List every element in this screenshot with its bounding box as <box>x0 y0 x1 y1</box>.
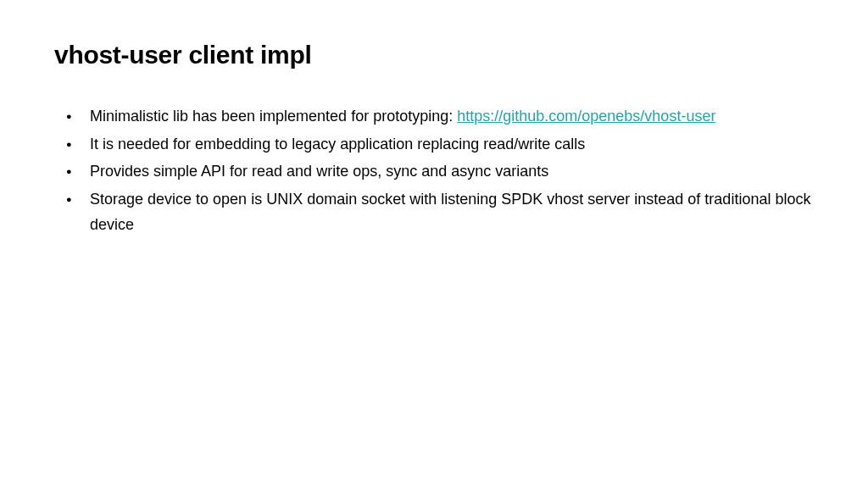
list-item: Minimalistic lib has been implemented fo… <box>66 103 814 130</box>
bullet-text: Provides simple API for read and write o… <box>90 163 548 180</box>
github-link[interactable]: https://github.com/openebs/vhost-user <box>457 108 715 125</box>
bullet-text: Minimalistic lib has been implemented fo… <box>90 108 457 125</box>
bullet-text: It is needed for embedding to legacy app… <box>90 136 585 152</box>
list-item: It is needed for embedding to legacy app… <box>66 131 814 158</box>
list-item: Provides simple API for read and write o… <box>66 158 814 185</box>
slide-title: vhost-user client impl <box>54 41 814 69</box>
bullet-text: Storage device to open is UNIX domain so… <box>90 191 810 234</box>
bullet-list: Minimalistic lib has been implemented fo… <box>54 103 814 238</box>
list-item: Storage device to open is UNIX domain so… <box>66 186 814 238</box>
